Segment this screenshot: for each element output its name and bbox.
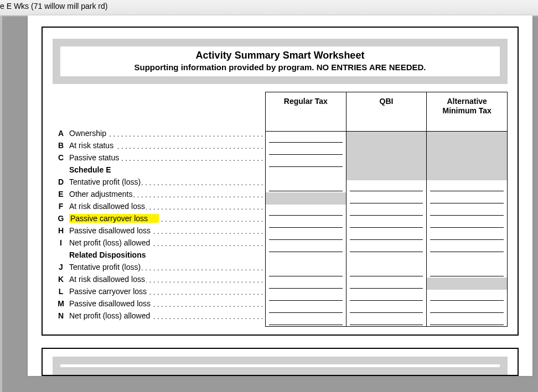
worksheet-title: Activity Summary Smart Worksheet — [66, 50, 494, 61]
cell — [346, 253, 427, 265]
cell[interactable] — [427, 217, 507, 229]
row-F: FAt risk disallowed loss — [53, 200, 265, 212]
worksheet-grid: AOwnershipBAt risk statusCPassive status… — [53, 92, 508, 327]
row-label: Other adjustments — [69, 190, 265, 198]
header-band: Activity Summary Smart Worksheet Support… — [53, 39, 508, 84]
row-section: Related Dispositions — [53, 249, 265, 261]
cell — [266, 168, 346, 180]
cell[interactable] — [346, 229, 427, 241]
cell — [346, 168, 427, 180]
row-letter: A — [53, 129, 69, 138]
document-page: Activity Summary Smart Worksheet Support… — [28, 15, 532, 376]
cell[interactable] — [346, 241, 427, 253]
row-letter: E — [53, 190, 69, 198]
row-label: Tentative profit (loss) — [69, 177, 265, 186]
row-label: At risk status — [69, 141, 265, 150]
cell[interactable] — [346, 302, 427, 314]
cell[interactable] — [346, 217, 427, 229]
cell[interactable] — [266, 132, 346, 144]
row-label: Schedule E — [69, 165, 265, 174]
activity-summary-box: Activity Summary Smart Worksheet Support… — [42, 27, 519, 336]
row-J: JTentative profit (loss) — [53, 261, 265, 273]
data-columns: Regular TaxQBIAlternativeMinimum Tax — [265, 92, 508, 327]
row-I: INet profit (loss) allowed — [53, 237, 265, 249]
cell[interactable] — [266, 156, 346, 168]
row-letter: B — [53, 141, 69, 150]
cell[interactable] — [266, 180, 346, 192]
cell[interactable] — [346, 180, 427, 192]
row-G: GPassive carryover loss — [53, 212, 265, 224]
cell — [427, 168, 507, 180]
cell[interactable] — [427, 192, 507, 205]
left-scroll-edge — [0, 15, 2, 392]
row-letter: I — [53, 238, 69, 247]
row-D: DTentative profit (loss) — [53, 176, 265, 188]
cell[interactable] — [427, 314, 507, 326]
cell[interactable] — [266, 205, 346, 217]
column-header: QBI — [346, 92, 427, 132]
header-band: Carryforward to 2022 Smart Worksheet — [53, 357, 508, 375]
window-titlebar: e E Wks (71 willow mill park rd) — [0, 0, 538, 17]
row-letter: M — [53, 299, 69, 308]
cell[interactable] — [346, 192, 427, 205]
row-label: At risk disallowed loss — [69, 202, 265, 211]
cell — [427, 132, 507, 144]
window-title: e E Wks (71 willow mill park rd) — [0, 2, 107, 11]
row-letter: K — [53, 275, 69, 284]
cell — [346, 144, 427, 156]
cell[interactable] — [266, 302, 346, 314]
column-header: Regular Tax — [266, 92, 346, 132]
cell — [427, 144, 507, 156]
column-header: AlternativeMinimum Tax — [427, 92, 507, 132]
cell[interactable] — [346, 265, 427, 278]
row-label: Tentative profit (loss) — [69, 263, 265, 271]
cell[interactable] — [427, 229, 507, 241]
cell — [346, 132, 427, 144]
row-L: LPassive carryover loss — [53, 285, 265, 297]
cell[interactable] — [266, 278, 346, 290]
cell[interactable] — [346, 205, 427, 217]
row-H: HPassive disallowed loss — [53, 224, 265, 237]
cell[interactable] — [266, 241, 346, 253]
cell[interactable] — [427, 265, 507, 278]
cell[interactable] — [266, 290, 346, 302]
cell[interactable] — [427, 302, 507, 314]
row-label: Passive carryover loss — [69, 214, 265, 223]
row-label: Related Dispositions — [69, 250, 265, 259]
cell[interactable] — [427, 290, 507, 302]
row-letter: F — [53, 202, 69, 211]
row-K: KAt risk disallowed loss — [53, 273, 265, 285]
cell — [266, 192, 346, 205]
cell[interactable] — [427, 180, 507, 192]
carryforward-title: Carryforward to 2022 Smart Worksheet — [60, 364, 500, 367]
row-M: MPassive disallowed loss — [53, 297, 265, 310]
row-section: Schedule E — [53, 164, 265, 176]
row-C: CPassive status — [53, 151, 265, 164]
cell[interactable] — [427, 241, 507, 253]
row-letter: L — [53, 287, 69, 296]
cell[interactable] — [346, 278, 427, 290]
row-label: Passive status — [69, 153, 265, 162]
cell — [427, 278, 507, 290]
cell — [427, 156, 507, 168]
cell — [427, 253, 507, 265]
cell[interactable] — [266, 314, 346, 326]
column-2: AlternativeMinimum Tax — [427, 92, 508, 326]
column-1: QBI — [346, 92, 427, 326]
row-E: EOther adjustments — [53, 188, 265, 200]
row-letter: D — [53, 177, 69, 186]
row-label: Ownership — [69, 129, 265, 138]
cell[interactable] — [346, 314, 427, 326]
cell[interactable] — [427, 205, 507, 217]
row-B: BAt risk status — [53, 139, 265, 151]
cell[interactable] — [266, 217, 346, 229]
cell[interactable] — [266, 265, 346, 278]
row-label: Passive carryover loss — [69, 287, 265, 296]
cell[interactable] — [266, 144, 346, 156]
cell — [346, 156, 427, 168]
row-letter: N — [53, 311, 69, 320]
row-label: At risk disallowed loss — [69, 275, 265, 284]
cell[interactable] — [266, 229, 346, 241]
cell[interactable] — [346, 290, 427, 302]
row-letter: J — [53, 263, 69, 271]
